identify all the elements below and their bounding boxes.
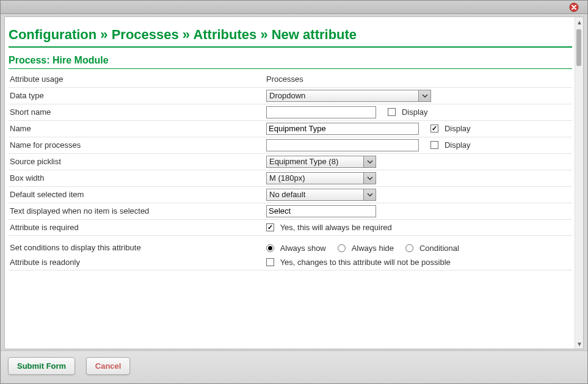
attribute-readonly-checkbox[interactable] — [266, 258, 274, 266]
titlebar — [1, 1, 587, 14]
label-default-selected-item: Default selected item — [9, 186, 265, 203]
data-type-select-value: Dropdown — [267, 91, 418, 100]
value-attribute-usage: Processes — [265, 71, 572, 87]
content-panel: Configuration » Processes » Attributes »… — [4, 16, 584, 349]
short-name-display-checkbox[interactable] — [388, 108, 396, 116]
label-data-type: Data type — [9, 87, 265, 104]
label-name: Name — [9, 120, 265, 137]
data-type-select[interactable]: Dropdown — [266, 90, 431, 102]
name-for-processes-display-label: Display — [445, 140, 471, 150]
placeholder-text-input[interactable] — [266, 205, 376, 217]
display-condition-radio-conditional[interactable] — [405, 244, 413, 252]
name-input[interactable] — [266, 123, 419, 135]
chevron-down-icon — [363, 156, 376, 167]
chevron-down-icon — [363, 173, 376, 184]
scrollbar[interactable]: ▲ ▼ — [575, 17, 583, 349]
name-for-processes-display-checkbox[interactable] — [430, 141, 438, 149]
box-width-select[interactable]: M (180px) — [266, 172, 376, 184]
submit-button[interactable]: Submit Form — [8, 357, 75, 375]
name-display-checkbox[interactable] — [430, 125, 438, 132]
label-source-picklist: Source picklist — [9, 153, 265, 170]
box-width-select-value: M (180px) — [267, 173, 363, 183]
display-condition-radio-always-show[interactable] — [266, 244, 274, 252]
label-box-width: Box width — [9, 170, 265, 186]
display-condition-label-conditional: Conditional — [419, 244, 459, 253]
display-condition-label-always-show: Always show — [280, 244, 326, 253]
default-selected-item-select-value: No default — [267, 190, 363, 199]
label-attribute-usage: Attribute usage — [9, 71, 265, 87]
label-short-name: Short name — [9, 104, 265, 120]
short-name-display-label: Display — [402, 107, 428, 117]
scrollbar-thumb[interactable] — [576, 29, 581, 66]
breadcrumb: Configuration » Processes » Attributes »… — [9, 27, 572, 48]
label-attribute-required: Attribute is required — [9, 219, 265, 235]
attribute-required-checkbox[interactable] — [266, 223, 274, 231]
dialog-window: Configuration » Processes » Attributes »… — [0, 0, 588, 384]
label-placeholder-text: Text displayed when no item is selected — [9, 203, 265, 219]
cancel-button[interactable]: Cancel — [86, 357, 131, 375]
chevron-down-icon — [363, 189, 376, 200]
scroll-down-icon[interactable]: ▼ — [575, 339, 584, 349]
source-picklist-select[interactable]: Equipment Type (8) — [266, 156, 376, 168]
attribute-readonly-text: Yes, changes to this attribute will not … — [280, 258, 451, 267]
attribute-form: Attribute usage Processes Data type Drop… — [9, 71, 572, 270]
name-for-processes-input[interactable] — [266, 139, 419, 151]
name-display-label: Display — [445, 124, 471, 133]
display-condition-radio-always-hide[interactable] — [338, 244, 346, 252]
section-title: Process: Hire Module — [9, 55, 572, 69]
chevron-down-icon — [418, 90, 430, 101]
scroll-up-icon[interactable]: ▲ — [575, 17, 584, 27]
default-selected-item-select[interactable]: No default — [266, 189, 376, 201]
label-attribute-readonly: Attribute is readonly — [9, 255, 265, 270]
close-icon[interactable] — [569, 2, 579, 12]
label-display-conditions: Set conditions to display this attribute — [9, 235, 265, 255]
source-picklist-select-value: Equipment Type (8) — [267, 157, 363, 166]
footer-bar: Submit Form Cancel — [1, 350, 587, 383]
display-condition-label-always-hide: Always hide — [352, 244, 394, 253]
attribute-required-text: Yes, this will always be required — [280, 223, 392, 232]
short-name-input[interactable] — [266, 106, 376, 118]
content-scroll: Configuration » Processes » Attributes »… — [5, 17, 575, 349]
label-name-for-processes: Name for processes — [9, 137, 265, 153]
